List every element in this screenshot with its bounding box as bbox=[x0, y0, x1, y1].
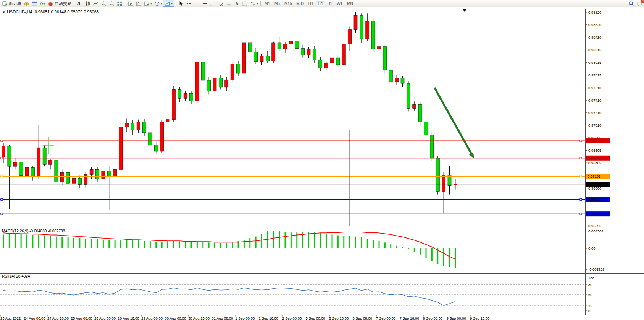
svg-text:100: 100 bbox=[588, 276, 594, 280]
svg-text:E: E bbox=[221, 4, 223, 6]
svg-text:T: T bbox=[244, 2, 246, 5]
timeframe-h4[interactable]: H4 bbox=[316, 1, 325, 6]
notifications-button[interactable]: 1 bbox=[635, 0, 643, 6]
template-button[interactable]: ▾ bbox=[163, 0, 174, 6]
zoom-in-icon bbox=[101, 1, 107, 6]
svg-text:0.96484: 0.96484 bbox=[588, 156, 600, 160]
play-chart-icon bbox=[128, 1, 134, 6]
svg-text:0.97210: 0.97210 bbox=[588, 110, 601, 115]
horizontal-line-tool-button[interactable] bbox=[201, 0, 209, 6]
candle-chart-mode-button[interactable] bbox=[84, 0, 92, 6]
svg-text:-0.005326: -0.005326 bbox=[588, 267, 605, 271]
search-button[interactable] bbox=[627, 0, 635, 6]
chevron-down-icon: ▾ bbox=[257, 2, 258, 5]
step-forward-button[interactable] bbox=[135, 0, 143, 6]
svg-text:F: F bbox=[229, 4, 231, 6]
vertical-line-icon bbox=[194, 1, 200, 6]
new-order-button[interactable]: 新订单 bbox=[1, 0, 23, 6]
timeframe-w1[interactable]: W1 bbox=[335, 1, 344, 6]
svg-text:0.95395: 0.95395 bbox=[588, 224, 601, 228]
horizontal-line-icon bbox=[202, 1, 208, 6]
svg-text:0.98420: 0.98420 bbox=[588, 35, 601, 39]
svg-text:8 Sep 08:00: 8 Sep 08:00 bbox=[423, 316, 442, 320]
separator bbox=[260, 1, 261, 6]
search-icon bbox=[628, 1, 634, 6]
crosshair-tool-button[interactable] bbox=[185, 0, 193, 6]
candle-chart-icon bbox=[85, 1, 90, 6]
vertical-line-tool-button[interactable] bbox=[193, 0, 201, 6]
new-order-label: 新订单 bbox=[9, 1, 21, 6]
zoom-out-button[interactable] bbox=[108, 0, 116, 6]
timeframe-mn[interactable]: MN bbox=[345, 1, 355, 6]
timeframe-m15[interactable]: M15 bbox=[282, 1, 294, 6]
timeframe-m1[interactable]: M1 bbox=[263, 1, 272, 6]
auto-trading-label: 自动交易 bbox=[55, 1, 71, 6]
svg-text:30 Aug 00:00: 30 Aug 00:00 bbox=[165, 316, 186, 320]
crosshair-icon bbox=[186, 1, 192, 6]
periods-button[interactable]: ▾ bbox=[153, 0, 163, 6]
arrows-tool-button[interactable]: ▾ bbox=[249, 0, 259, 6]
cursor-icon bbox=[178, 1, 184, 6]
trendline-tool-button[interactable] bbox=[209, 0, 217, 6]
market-watch-button[interactable] bbox=[31, 0, 39, 6]
chart-symbol-period: USDCHF-,H4 bbox=[7, 10, 32, 14]
svg-text:0.96191: 0.96191 bbox=[588, 174, 600, 179]
svg-text:5 Sep 16:00: 5 Sep 16:00 bbox=[329, 316, 349, 320]
svg-text:0.98015: 0.98015 bbox=[588, 60, 601, 65]
text-label-tool-button[interactable]: T bbox=[241, 0, 249, 6]
chart-window: 0.967580.964840.961910.960650.958190.955… bbox=[0, 7, 644, 320]
svg-text:0.96605: 0.96605 bbox=[588, 148, 601, 153]
signals-button[interactable] bbox=[39, 0, 47, 6]
svg-text:0.00: 0.00 bbox=[588, 246, 596, 250]
text-label-icon: T bbox=[242, 1, 248, 6]
svg-text:1 Sep 00:00: 1 Sep 00:00 bbox=[235, 316, 255, 320]
timeframe-h1[interactable]: H1 bbox=[307, 1, 315, 6]
svg-text:0.98620: 0.98620 bbox=[588, 23, 601, 27]
svg-text:5 Sep 00:00: 5 Sep 00:00 bbox=[306, 316, 325, 320]
chart-ohlc-values: 0.96051 0.96148 0.95979 0.96065 bbox=[35, 10, 99, 14]
separator bbox=[125, 1, 126, 6]
tile-windows-button[interactable] bbox=[116, 0, 124, 6]
svg-text:7 Sep 00:00: 7 Sep 00:00 bbox=[376, 316, 395, 320]
svg-text:24 Aug 16:00: 24 Aug 16:00 bbox=[47, 316, 69, 320]
timeframe-m30[interactable]: M30 bbox=[294, 1, 305, 6]
add-indicator-icon bbox=[144, 1, 150, 6]
new-order-icon bbox=[2, 1, 8, 6]
svg-text:0.96805: 0.96805 bbox=[588, 136, 601, 140]
svg-text:6 Sep 08:00: 6 Sep 08:00 bbox=[353, 316, 372, 320]
toolbar: 新订单 自动交易 ▾ ▾ bbox=[0, 0, 644, 7]
trendline-icon bbox=[210, 1, 216, 6]
depth-of-market-button[interactable] bbox=[23, 0, 31, 6]
svg-text:2 Sep 08:00: 2 Sep 08:00 bbox=[282, 316, 302, 320]
svg-text:23 Aug 2022: 23 Aug 2022 bbox=[0, 316, 21, 320]
svg-text:9 Sep 16:00: 9 Sep 16:00 bbox=[470, 316, 489, 320]
line-chart-mode-button[interactable] bbox=[92, 0, 100, 6]
auto-trading-icon bbox=[48, 1, 53, 6]
svg-text:0.98215: 0.98215 bbox=[588, 48, 601, 52]
zoom-in-button[interactable] bbox=[100, 0, 108, 6]
svg-text:29 Aug 08:00: 29 Aug 08:00 bbox=[141, 316, 163, 320]
strategy-tester-button[interactable] bbox=[127, 0, 135, 6]
add-indicator-button[interactable]: ▾ bbox=[143, 0, 153, 6]
svg-text:0.95587: 0.95587 bbox=[588, 212, 600, 216]
svg-text:0: 0 bbox=[588, 309, 590, 313]
auto-trading-button[interactable]: 自动交易 bbox=[47, 0, 73, 6]
channel-tool-button[interactable]: E bbox=[217, 0, 225, 6]
svg-text:80: 80 bbox=[588, 283, 592, 287]
fibonacci-tool-button[interactable]: F bbox=[225, 0, 233, 6]
svg-text:0.95819: 0.95819 bbox=[588, 197, 600, 201]
chart-window-icon bbox=[32, 1, 37, 6]
text-tool-button[interactable]: A bbox=[233, 0, 241, 6]
svg-text:0.96405: 0.96405 bbox=[588, 161, 601, 165]
collapse-icon[interactable]: ▼ bbox=[2, 11, 5, 14]
channel-icon: E bbox=[218, 1, 224, 6]
svg-text:31 Aug 08:00: 31 Aug 08:00 bbox=[212, 316, 233, 320]
tile-windows-icon bbox=[117, 1, 123, 6]
bar-chart-mode-button[interactable] bbox=[76, 0, 84, 6]
chevron-down-icon: ▾ bbox=[161, 2, 162, 5]
timeframe-m5[interactable]: M5 bbox=[273, 1, 282, 6]
timeframe-d1[interactable]: D1 bbox=[325, 1, 334, 6]
cursor-tool-button[interactable] bbox=[177, 0, 185, 6]
chart-canvas[interactable]: 0.967580.964840.961910.960650.958190.955… bbox=[0, 7, 644, 320]
macd-label: MACD(12,26,9) -0.004889 -0.002788 bbox=[2, 229, 65, 233]
